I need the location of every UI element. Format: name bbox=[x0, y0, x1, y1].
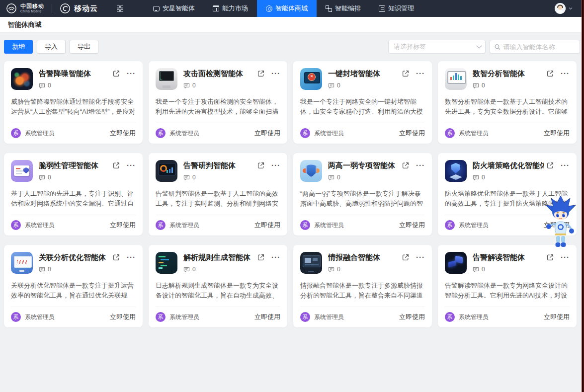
use-now-link[interactable]: 立即使用 bbox=[110, 313, 136, 321]
share-icon[interactable] bbox=[257, 253, 265, 261]
tag-select[interactable]: 请选择标签 bbox=[388, 40, 486, 54]
agent-cards-grid: 告警降噪智能体 0 ··· 威胁告警降噪智能体通过智能化手段将安全运营从“人工密… bbox=[4, 61, 580, 327]
parse-agent-icon bbox=[156, 252, 177, 274]
user-menu[interactable] bbox=[555, 3, 584, 14]
use-now-link[interactable]: 立即使用 bbox=[254, 221, 280, 230]
more-icon[interactable]: ··· bbox=[127, 71, 136, 76]
comment-count: 0 bbox=[337, 174, 340, 181]
select-chevron-down-icon bbox=[476, 43, 482, 48]
agent-title: 两高一弱专项智能体 bbox=[328, 160, 399, 170]
judge-agent-icon bbox=[156, 160, 177, 182]
more-icon[interactable]: ··· bbox=[416, 71, 425, 76]
agent-card[interactable]: 解析规则生成智能体 0 ··· 日志解析规则生成智能体是一款专为安全设备设计的智… bbox=[149, 245, 287, 327]
share-icon[interactable] bbox=[546, 70, 554, 78]
share-icon[interactable] bbox=[402, 253, 410, 261]
comment-count: 0 bbox=[482, 82, 485, 89]
more-icon[interactable]: ··· bbox=[127, 163, 136, 168]
search-box[interactable] bbox=[490, 40, 580, 54]
screen-edge-strip bbox=[582, 0, 584, 392]
share-icon[interactable] bbox=[112, 161, 120, 169]
share-icon[interactable] bbox=[112, 70, 120, 78]
agent-card[interactable]: 防火墙策略优化智能体 0 ··· 防火墙策略优化智能体是一款基于人工智能的高效工… bbox=[438, 153, 577, 235]
agent-card[interactable]: 告警解读智能体 0 ··· 告警解读智能体是一款专为网络安全设计的智能分析工具。… bbox=[438, 245, 577, 327]
main-nav: 安星智能体 能力市场 智能体商城 智能编排 知识管理 bbox=[144, 0, 423, 17]
use-now-link[interactable]: 立即使用 bbox=[544, 221, 570, 230]
use-now-link[interactable]: 立即使用 bbox=[399, 129, 425, 138]
agent-card[interactable]: 关联分析优化智能体 0 ··· 关联分析优化智能体是一款专注于提升运营效率的智能… bbox=[4, 245, 143, 327]
doc-icon bbox=[379, 5, 385, 12]
owner-avatar: 系 bbox=[11, 220, 21, 230]
market-icon bbox=[213, 5, 219, 11]
more-icon[interactable]: ··· bbox=[271, 163, 280, 168]
agent-card[interactable]: 告警降噪智能体 0 ··· 威胁告警降噪智能体通过智能化手段将安全运营从“人工密… bbox=[4, 61, 143, 144]
more-icon[interactable]: ··· bbox=[416, 255, 425, 260]
agent-card[interactable]: 两高一弱专项智能体 0 ··· “两高一弱”专项智能体是一款专注于解决暴露面中高… bbox=[293, 153, 432, 235]
brand: 中国移动 China Mobile 移动云 bbox=[0, 3, 98, 14]
share-icon[interactable] bbox=[402, 161, 410, 169]
owner-name: 系统管理员 bbox=[25, 221, 55, 230]
use-now-link[interactable]: 立即使用 bbox=[544, 129, 570, 138]
comment-icon bbox=[39, 82, 45, 89]
agent-card[interactable]: 一键封堵智能体 0 ··· 我是一个专注于网络安全的一键封堵智能体，由安全专家精… bbox=[293, 61, 432, 144]
use-now-link[interactable]: 立即使用 bbox=[254, 129, 280, 138]
nav-item-agent-store[interactable]: 智能体商城 bbox=[257, 0, 317, 17]
correlation-agent-icon bbox=[11, 252, 33, 274]
share-icon[interactable] bbox=[546, 161, 554, 169]
import-button[interactable]: 导入 bbox=[37, 40, 66, 54]
agent-card[interactable]: 情报融合智能体 0 ··· 情报融合智能体是一款专注于多源威胁情报分析的智能化工… bbox=[293, 245, 432, 327]
agent-title: 防火墙策略优化智能体 bbox=[473, 160, 544, 170]
more-icon[interactable]: ··· bbox=[416, 163, 425, 168]
apps-grid-icon[interactable] bbox=[117, 5, 123, 12]
comment-icon bbox=[328, 174, 334, 181]
owner-name: 系统管理员 bbox=[25, 129, 55, 138]
tag-select-placeholder: 请选择标签 bbox=[394, 42, 426, 51]
comment-count: 0 bbox=[192, 266, 196, 273]
more-icon[interactable]: ··· bbox=[561, 255, 570, 260]
comment-count: 0 bbox=[48, 82, 51, 89]
store-icon bbox=[266, 5, 272, 12]
nav-item-orchestration[interactable]: 智能编排 bbox=[317, 0, 370, 17]
ecloud-wordmark: 移动云 bbox=[74, 4, 98, 13]
agent-card[interactable]: 数智分析智能体 0 ··· 数智分析智能体是一款基于人工智能技术的先进工具，专为… bbox=[438, 61, 577, 144]
use-now-link[interactable]: 立即使用 bbox=[110, 129, 136, 138]
comment-count: 0 bbox=[48, 266, 51, 273]
nav-item-label: 智能编排 bbox=[335, 4, 361, 13]
nav-item-knowledge[interactable]: 知识管理 bbox=[370, 0, 423, 17]
use-now-link[interactable]: 立即使用 bbox=[399, 313, 425, 321]
nav-item-anxing-agent[interactable]: 安星智能体 bbox=[144, 0, 204, 17]
china-mobile-wordmark: 中国移动 China Mobile bbox=[20, 3, 44, 13]
share-icon[interactable] bbox=[257, 70, 265, 78]
owner-avatar: 系 bbox=[300, 128, 310, 138]
comment-icon bbox=[39, 174, 45, 181]
use-now-link[interactable]: 立即使用 bbox=[110, 221, 136, 230]
owner-avatar: 系 bbox=[156, 312, 166, 322]
share-icon[interactable] bbox=[112, 253, 120, 261]
agent-title: 告警研判智能体 bbox=[183, 160, 254, 170]
more-icon[interactable]: ··· bbox=[271, 255, 280, 260]
breadcrumb-bar: 智能体商城 bbox=[0, 17, 584, 33]
more-icon[interactable]: ··· bbox=[271, 71, 280, 76]
agent-title: 一键封堵智能体 bbox=[328, 68, 399, 78]
share-icon[interactable] bbox=[257, 161, 265, 169]
agent-title: 情报融合智能体 bbox=[328, 252, 399, 262]
use-now-link[interactable]: 立即使用 bbox=[254, 313, 280, 321]
nav-item-ability-market[interactable]: 能力市场 bbox=[204, 0, 257, 17]
use-now-link[interactable]: 立即使用 bbox=[544, 313, 570, 321]
agent-card[interactable]: 告警研判智能体 0 ··· 告警研判智能体是一款基于人工智能的高效工具，专注于实… bbox=[149, 153, 287, 235]
share-icon[interactable] bbox=[402, 70, 410, 78]
add-button[interactable]: 新增 bbox=[4, 40, 33, 54]
agent-title: 告警降噪智能体 bbox=[39, 68, 110, 78]
user-avatar[interactable] bbox=[555, 3, 566, 14]
more-icon[interactable]: ··· bbox=[127, 255, 136, 260]
more-icon[interactable]: ··· bbox=[561, 71, 570, 76]
export-button[interactable]: 导出 bbox=[70, 40, 98, 54]
use-now-link[interactable]: 立即使用 bbox=[399, 221, 425, 230]
agent-description: 情报融合智能体是一款专注于多源威胁情报分析的智能化工具，旨在整合来自不同渠道的情… bbox=[300, 281, 425, 301]
agent-card[interactable]: 攻击面检测智能体 0 ··· 我是一个专注于攻击面检测的安全智能体，利用先进的大… bbox=[149, 61, 287, 144]
search-input[interactable] bbox=[503, 43, 575, 51]
agent-card[interactable]: 脆弱性管理智能体 0 ··· 基于人工智能的先进工具，专注于识别、评估和应对网络… bbox=[4, 153, 143, 235]
chevron-down-icon[interactable] bbox=[568, 6, 573, 11]
share-icon[interactable] bbox=[546, 253, 554, 261]
more-icon[interactable]: ··· bbox=[561, 163, 570, 168]
top-navbar: 中国移动 China Mobile 移动云 安星智能体 能力市场 智能体商城 智… bbox=[0, 0, 584, 17]
